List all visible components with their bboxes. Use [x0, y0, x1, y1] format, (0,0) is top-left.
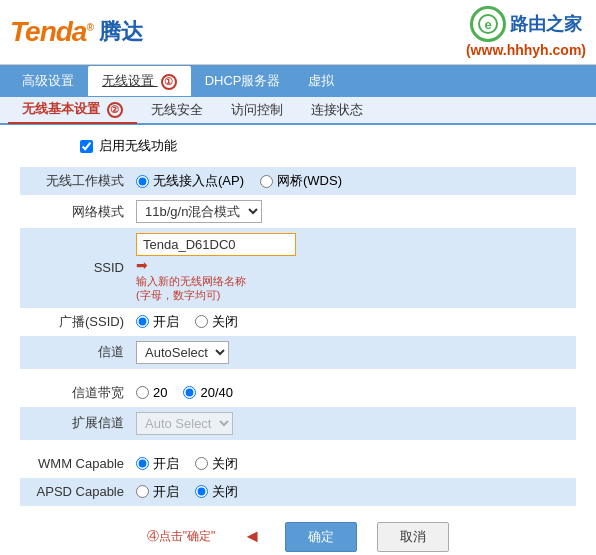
annotation-circle-1: ① [161, 74, 177, 90]
wmm-value: 开启 关闭 [130, 450, 576, 478]
subnav-basic-label: 无线基本设置 [22, 101, 100, 116]
header-left: Tenda® 腾达 [10, 16, 466, 48]
bandwidth-20-label[interactable]: 20 [136, 385, 167, 400]
confirm-arrow-icon: ◄ [243, 526, 261, 547]
logo-reg: ® [86, 22, 92, 33]
network-mode-select[interactable]: 11b/g/n混合模式 [136, 200, 262, 223]
main-content: 启用无线功能 无线工作模式 无线接入点(AP) 网桥(WDS) [0, 125, 596, 555]
broadcast-radio-group: 开启 关闭 [136, 313, 570, 331]
luyou-circle-icon: e [470, 6, 506, 42]
section-divider [20, 369, 576, 379]
broadcast-on-radio[interactable] [136, 315, 149, 328]
ssid-annotation-text1: 输入新的无线网络名称 [136, 274, 570, 288]
header-right: e 路由之家 (www.hhhyh.com) [466, 6, 586, 58]
subnav-item-security[interactable]: 无线安全 [137, 97, 217, 123]
apsd-off-radio[interactable] [195, 485, 208, 498]
nav-bar: 高级设置 无线设置 ① DHCP服务器 虚拟 [0, 65, 596, 97]
apsd-on-text: 开启 [153, 483, 179, 501]
table-row-bandwidth: 信道带宽 20 20/40 [20, 379, 576, 407]
table-row-ssid: SSID ➡ 输入新的无线网络名称 (字母，数字均可) [20, 228, 576, 308]
apsd-off-label[interactable]: 关闭 [195, 483, 238, 501]
mode-ap-label[interactable]: 无线接入点(AP) [136, 172, 244, 190]
luyou-text: 路由之家 [510, 12, 582, 36]
form-table: 无线工作模式 无线接入点(AP) 网桥(WDS) 网络模式 [20, 167, 576, 506]
luyou-url: (www.hhhyh.com) [466, 42, 586, 58]
mode-ap-text: 无线接入点(AP) [153, 172, 244, 190]
table-row-broadcast: 广播(SSID) 开启 关闭 [20, 308, 576, 336]
bandwidth-2040-text: 20/40 [200, 385, 233, 400]
ext-channel-select[interactable]: Auto Select [136, 412, 233, 435]
ssid-input[interactable] [136, 233, 296, 256]
header: Tenda® 腾达 e 路由之家 (www.hhhyh.com) [0, 0, 596, 65]
mode-label: 无线工作模式 [20, 167, 130, 195]
logo-chinese: 腾达 [99, 17, 143, 47]
table-row-network-mode: 网络模式 11b/g/n混合模式 [20, 195, 576, 228]
wmm-off-label[interactable]: 关闭 [195, 455, 238, 473]
confirm-button[interactable]: 确定 [285, 522, 357, 552]
broadcast-label: 广播(SSID) [20, 308, 130, 336]
bandwidth-2040-radio[interactable] [183, 386, 196, 399]
nav-item-dhcp[interactable]: DHCP服务器 [191, 66, 295, 96]
ext-channel-value: Auto Select [130, 407, 576, 440]
subnav-item-status[interactable]: 连接状态 [297, 97, 377, 123]
bandwidth-radio-group: 20 20/40 [136, 385, 570, 400]
network-mode-value: 11b/g/n混合模式 [130, 195, 576, 228]
bandwidth-20-text: 20 [153, 385, 167, 400]
enable-wifi-checkbox[interactable] [80, 140, 93, 153]
sub-nav: 无线基本设置 ② 无线安全 访问控制 连接状态 [0, 97, 596, 125]
table-row-mode: 无线工作模式 无线接入点(AP) 网桥(WDS) [20, 167, 576, 195]
click-hint-text: ④点击"确定" [147, 528, 216, 545]
apsd-on-radio[interactable] [136, 485, 149, 498]
apsd-value: 开启 关闭 [130, 478, 576, 506]
table-row-wmm: WMM Capable 开启 关闭 [20, 450, 576, 478]
bandwidth-2040-label[interactable]: 20/40 [183, 385, 233, 400]
table-row-apsd: APSD Capable 开启 关闭 [20, 478, 576, 506]
wmm-off-text: 关闭 [212, 455, 238, 473]
enable-wifi-label[interactable]: 启用无线功能 [99, 137, 177, 155]
cancel-button[interactable]: 取消 [377, 522, 449, 552]
channel-select[interactable]: AutoSelect 1 6 11 [136, 341, 229, 364]
logo-tenda: Tenda® [10, 16, 93, 48]
btn-row: ④点击"确定" ◄ 确定 取消 [20, 522, 576, 552]
subnav-item-basic[interactable]: 无线基本设置 ② [8, 96, 137, 124]
mode-wds-label[interactable]: 网桥(WDS) [260, 172, 342, 190]
apsd-off-text: 关闭 [212, 483, 238, 501]
ssid-arrow-icon: ➡ [136, 256, 568, 274]
mode-wds-radio[interactable] [260, 175, 273, 188]
mode-value: 无线接入点(AP) 网桥(WDS) [130, 167, 576, 195]
nav-wireless-label: 无线设置 [102, 73, 154, 88]
broadcast-off-label[interactable]: 关闭 [195, 313, 238, 331]
broadcast-off-radio[interactable] [195, 315, 208, 328]
ext-channel-label: 扩展信道 [20, 407, 130, 440]
nav-item-wireless[interactable]: 无线设置 ① [88, 66, 191, 96]
broadcast-value: 开启 关闭 [130, 308, 576, 336]
ssid-annotation: ➡ 输入新的无线网络名称 (字母，数字均可) [136, 256, 570, 303]
ssid-label: SSID [20, 228, 130, 308]
mode-ap-radio[interactable] [136, 175, 149, 188]
subnav-item-access[interactable]: 访问控制 [217, 97, 297, 123]
table-row-ext-channel: 扩展信道 Auto Select [20, 407, 576, 440]
enable-row: 启用无线功能 [80, 137, 576, 155]
wmm-on-radio[interactable] [136, 457, 149, 470]
nav-item-virtual[interactable]: 虚拟 [294, 66, 348, 96]
logo-en-text: Tenda [10, 16, 86, 47]
bandwidth-value: 20 20/40 [130, 379, 576, 407]
wmm-on-label[interactable]: 开启 [136, 455, 179, 473]
wmm-off-radio[interactable] [195, 457, 208, 470]
channel-value: AutoSelect 1 6 11 [130, 336, 576, 369]
section-divider-2 [20, 440, 576, 450]
ssid-value: ➡ 输入新的无线网络名称 (字母，数字均可) [130, 228, 576, 308]
ssid-annotation-text2: (字母，数字均可) [136, 288, 570, 302]
luyou-logo: e 路由之家 [470, 6, 582, 42]
apsd-radio-group: 开启 关闭 [136, 483, 570, 501]
apsd-label: APSD Capable [20, 478, 130, 506]
bandwidth-20-radio[interactable] [136, 386, 149, 399]
apsd-on-label[interactable]: 开启 [136, 483, 179, 501]
wmm-on-text: 开启 [153, 455, 179, 473]
svg-text:e: e [484, 17, 491, 32]
broadcast-on-label[interactable]: 开启 [136, 313, 179, 331]
channel-label: 信道 [20, 336, 130, 369]
network-mode-label: 网络模式 [20, 195, 130, 228]
wmm-radio-group: 开启 关闭 [136, 455, 570, 473]
nav-item-advanced[interactable]: 高级设置 [8, 66, 88, 96]
